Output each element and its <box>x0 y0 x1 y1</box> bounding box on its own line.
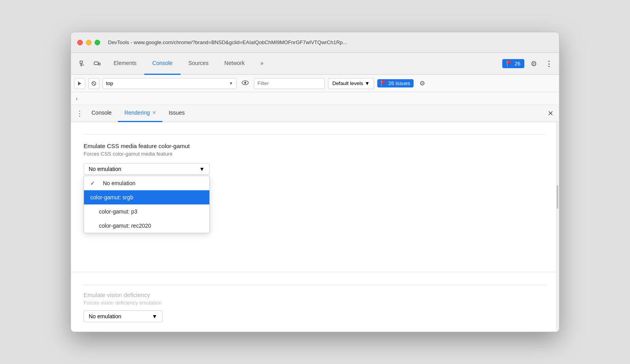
lower-arrow-icon: ▼ <box>152 313 157 319</box>
console-settings-button[interactable]: ⚙ <box>417 78 428 89</box>
breadcrumb-arrow[interactable]: › <box>76 95 78 102</box>
panel-tab-console[interactable]: Console <box>85 105 118 122</box>
stop-icon <box>91 81 97 86</box>
context-dropdown[interactable]: top ▼ <box>103 78 237 89</box>
section-desc: Forces CSS color-gamut media feature <box>84 151 546 157</box>
dropdown-item-no-emulation[interactable]: No emulation <box>84 176 209 190</box>
panel-tab-menu[interactable]: ⋮ <box>74 108 85 119</box>
scrollbar[interactable] <box>556 122 559 332</box>
more-icon: ⋮ <box>545 59 552 68</box>
lower-dropdown[interactable]: No emulation ▼ <box>84 310 162 322</box>
default-levels-dropdown[interactable]: Default levels ▼ <box>328 78 374 89</box>
rendering-content: Emulate CSS media feature color-gamut Fo… <box>71 122 559 272</box>
lower-section: Emulate vision deficiency Forces vision … <box>71 272 559 332</box>
tab-console[interactable]: Console <box>144 53 180 75</box>
main-toolbar: Elements Console Sources Network » 🚩 26 … <box>71 53 559 75</box>
tab-more[interactable]: » <box>252 53 271 75</box>
window-title: DevTools - www.google.com/chrome/?brand=… <box>108 39 553 45</box>
maximize-button[interactable] <box>95 40 100 45</box>
color-gamut-dropdown[interactable]: No emulation ▼ No emulation color-gamut:… <box>84 163 210 175</box>
dropdown-value: No emulation <box>89 166 121 172</box>
dropdown-item-rec2020[interactable]: color-gamut: rec2020 <box>84 219 209 233</box>
inspect-element-button[interactable] <box>76 57 90 71</box>
dropdown-item-p3[interactable]: color-gamut: p3 <box>84 204 209 219</box>
inspect-icon <box>79 60 86 67</box>
settings-button[interactable]: ⚙ <box>527 58 540 70</box>
titlebar: DevTools - www.google.com/chrome/?brand=… <box>71 32 559 53</box>
svg-point-9 <box>244 82 246 84</box>
filter-input[interactable] <box>254 78 325 89</box>
eye-icon <box>242 80 249 87</box>
svg-marker-5 <box>78 82 81 85</box>
tab-network[interactable]: Network <box>216 53 252 75</box>
close-panel-icon: ✕ <box>548 109 554 118</box>
dropdown-trigger[interactable]: No emulation ▼ <box>84 163 210 175</box>
close-button[interactable] <box>77 40 83 45</box>
minimize-button[interactable] <box>86 40 91 45</box>
flag-icon: 🚩 <box>506 61 513 67</box>
dots-icon: ⋮ <box>76 109 83 118</box>
device-toolbar-button[interactable] <box>90 57 104 71</box>
flag-sm-icon: 🚩 <box>380 80 387 86</box>
traffic-lights <box>77 40 100 45</box>
levels-arrow-icon: ▼ <box>365 80 370 86</box>
devtools-window: DevTools - www.google.com/chrome/?brand=… <box>71 32 559 332</box>
section-title: Emulate CSS media feature color-gamut <box>84 143 546 149</box>
gear-icon: ⚙ <box>531 59 537 68</box>
console-gear-icon: ⚙ <box>419 80 425 87</box>
svg-rect-4 <box>99 63 100 65</box>
close-panel-button[interactable]: ✕ <box>545 108 556 119</box>
tab-list: Elements Console Sources Network » <box>106 53 271 75</box>
content-area: Emulate CSS media feature color-gamut Fo… <box>71 122 559 332</box>
breadcrumb-row: › <box>71 92 559 105</box>
tab-sources[interactable]: Sources <box>181 53 216 75</box>
issues-badge[interactable]: 🚩 26 <box>502 59 524 68</box>
close-rendering-tab[interactable]: ✕ <box>152 110 156 115</box>
svg-rect-3 <box>94 62 98 65</box>
issues-count-badge[interactable]: 🚩 26 Issues <box>377 79 414 87</box>
section-divider <box>84 285 546 285</box>
play-icon <box>77 81 82 86</box>
clear-console-button[interactable] <box>74 78 85 89</box>
top-divider <box>84 132 546 135</box>
more-options-button[interactable]: ⋮ <box>543 58 554 69</box>
dropdown-trigger-arrow: ▼ <box>199 166 205 172</box>
svg-rect-0 <box>80 61 82 63</box>
panel-tab-issues[interactable]: Issues <box>162 105 191 122</box>
eye-button[interactable] <box>240 78 251 89</box>
scrollbar-thumb[interactable] <box>557 185 558 209</box>
panel-tabs: ⋮ Console Rendering ✕ Issues ✕ <box>71 105 559 122</box>
lower-section-desc: Forces vision deficiency emulation <box>84 300 546 306</box>
stop-button[interactable] <box>88 78 99 89</box>
panel-tab-rendering[interactable]: Rendering ✕ <box>118 105 162 122</box>
dropdown-menu: No emulation color-gamut: srgb color-gam… <box>84 176 210 233</box>
toolbar-right: 🚩 26 ⚙ ⋮ <box>502 58 554 70</box>
lower-section-title: Emulate vision deficiency <box>84 292 546 298</box>
device-icon <box>93 60 101 67</box>
dropdown-item-srgb[interactable]: color-gamut: srgb <box>84 190 209 204</box>
svg-line-7 <box>93 82 95 85</box>
dropdown-arrow-icon: ▼ <box>229 81 233 85</box>
tab-elements[interactable]: Elements <box>106 53 144 75</box>
console-toolbar: top ▼ Default levels ▼ 🚩 26 Issues ⚙ <box>71 75 559 92</box>
